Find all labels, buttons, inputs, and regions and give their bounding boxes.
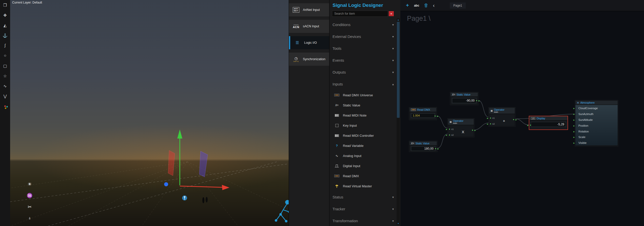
freehand-tool-icon[interactable] bbox=[2, 83, 8, 89]
piano-icon bbox=[334, 114, 340, 117]
node-header[interactable]: Static Value bbox=[409, 141, 437, 146]
property-rotation[interactable]: Rotation bbox=[575, 128, 618, 134]
add-page-icon[interactable] bbox=[406, 3, 409, 8]
node-header[interactable]: Read DMX bbox=[409, 108, 436, 112]
node-atmosphere[interactable]: Atmosphere CloudCoverage SunAzimuth SunA… bbox=[575, 100, 618, 146]
gizmo-y-arrowhead[interactable] bbox=[177, 129, 182, 139]
gizmo-x-arrowhead[interactable] bbox=[222, 185, 229, 190]
node-display[interactable]: Display -5,29 bbox=[529, 116, 568, 130]
input-port-x2[interactable] bbox=[487, 122, 489, 125]
scene-canvas[interactable] bbox=[10, 0, 289, 226]
sun-icon[interactable] bbox=[26, 181, 33, 187]
node-header[interactable]: Display bbox=[529, 116, 568, 121]
category-events[interactable]: Events bbox=[329, 54, 400, 66]
input-port[interactable] bbox=[573, 130, 575, 133]
export-icon[interactable] bbox=[2, 2, 8, 8]
search-clear-button[interactable] bbox=[389, 11, 394, 16]
designer-scrollbar[interactable] bbox=[397, 18, 400, 225]
output-port[interactable] bbox=[515, 118, 517, 121]
item-static-value[interactable]: Static Value bbox=[329, 100, 400, 110]
property-visible[interactable]: Visible bbox=[575, 140, 618, 146]
node-header[interactable]: Static Value bbox=[451, 93, 478, 97]
fountain-icon[interactable] bbox=[26, 193, 33, 198]
scissors-icon[interactable] bbox=[26, 204, 33, 210]
item-label: Read Variable bbox=[343, 144, 363, 148]
rectangle-tool-icon[interactable] bbox=[2, 63, 8, 69]
category-transformation[interactable]: Transformation bbox=[329, 215, 400, 226]
viewport-3d[interactable]: Current Layer: Default bbox=[10, 0, 289, 226]
io-item-artnet-input[interactable]: ART NET ArtNet Input bbox=[289, 3, 329, 16]
input-port-x1[interactable] bbox=[446, 128, 447, 130]
io-item-logic-io[interactable]: Logic I/O bbox=[289, 36, 329, 49]
page-tab[interactable]: Page1 bbox=[450, 3, 466, 9]
category-tracker[interactable]: Tracker bbox=[329, 203, 400, 215]
item-analog-input[interactable]: Analog Input bbox=[329, 151, 400, 161]
item-read-dmx-universe[interactable]: Read DMX Universe bbox=[329, 90, 400, 100]
lasso-icon[interactable] bbox=[2, 42, 8, 49]
scroll-up-icon[interactable] bbox=[397, 18, 400, 21]
item-read-variable[interactable]: Read Variable bbox=[329, 141, 400, 151]
property-cloudcoverage[interactable]: CloudCoverage bbox=[575, 105, 618, 111]
rename-page-button[interactable]: abc bbox=[414, 4, 419, 7]
item-read-midi-note[interactable]: Read MIDI Note bbox=[329, 110, 400, 120]
node-operator-multiply[interactable]: Operator Math x1 x2 X bbox=[448, 119, 474, 137]
gizmo-x-axis[interactable] bbox=[180, 186, 222, 187]
input-port[interactable] bbox=[527, 124, 529, 127]
category-outputs[interactable]: Outputs bbox=[329, 66, 400, 78]
output-port[interactable] bbox=[437, 147, 439, 150]
person-marker[interactable] bbox=[182, 195, 187, 200]
input-port[interactable] bbox=[573, 107, 575, 110]
output-port[interactable] bbox=[437, 115, 438, 118]
property-sunazimuth[interactable]: SunAzimuth bbox=[575, 111, 618, 117]
node-header[interactable]: Operator Math bbox=[489, 108, 515, 114]
scrollbar-thumb[interactable] bbox=[397, 22, 400, 118]
input-port[interactable] bbox=[573, 118, 575, 121]
input-port-x2[interactable] bbox=[446, 133, 447, 136]
category-inputs[interactable]: Inputs bbox=[329, 78, 400, 90]
node-title: Static Value bbox=[457, 93, 471, 96]
category-status[interactable]: Status bbox=[329, 191, 400, 203]
category-external-devices[interactable]: External Devices bbox=[329, 31, 400, 42]
rgb-dots-icon[interactable] bbox=[2, 103, 8, 109]
node-header[interactable]: Operator Math bbox=[448, 119, 474, 125]
category-conditions[interactable]: Conditions bbox=[329, 19, 400, 31]
input-port[interactable] bbox=[573, 124, 575, 127]
input-port[interactable] bbox=[573, 136, 575, 139]
item-read-virtual-master[interactable]: Read Virtual Master bbox=[329, 181, 400, 191]
output-port[interactable] bbox=[478, 99, 480, 102]
node-header[interactable]: Atmosphere bbox=[575, 101, 618, 105]
search-input[interactable] bbox=[332, 11, 388, 17]
back-icon[interactable] bbox=[433, 3, 435, 8]
node-operator-add[interactable]: Operator Math x1 x2 + bbox=[489, 107, 515, 126]
input-port[interactable] bbox=[573, 142, 575, 144]
crane-icon[interactable] bbox=[2, 32, 8, 38]
item-read-midi-controller[interactable]: Read MIDI Controller bbox=[329, 130, 400, 141]
tracker-skeleton[interactable] bbox=[275, 200, 289, 222]
item-read-dmx[interactable]: Read DMX bbox=[329, 171, 400, 181]
property-sunaltitude[interactable]: SunAltitude bbox=[575, 117, 618, 123]
item-key-input[interactable]: Key Input bbox=[329, 120, 400, 130]
node-static-value-2[interactable]: Static Value 180,00 bbox=[409, 141, 437, 152]
node-static-value-1[interactable]: Static Value -90,00 bbox=[450, 92, 478, 105]
circle-tool-icon[interactable] bbox=[2, 53, 8, 59]
output-port[interactable] bbox=[474, 129, 476, 132]
node-read-dmx[interactable]: Read DMX 1.004 bbox=[409, 107, 437, 120]
property-position[interactable]: Position bbox=[575, 123, 618, 128]
scroll-down-icon[interactable] bbox=[397, 222, 400, 225]
input-port[interactable] bbox=[573, 113, 575, 116]
port-dot bbox=[530, 125, 531, 126]
property-scale[interactable]: Scale bbox=[575, 134, 618, 140]
star-tool-icon[interactable] bbox=[2, 73, 8, 79]
io-item-sacn-input[interactable]: streaming ACN sACN Input bbox=[289, 20, 329, 33]
move-icon[interactable] bbox=[2, 12, 8, 18]
io-item-synchronization[interactable]: SMPTE Synchronization bbox=[289, 53, 329, 66]
terrain-icon[interactable] bbox=[2, 22, 8, 28]
item-digital-input[interactable]: Digital Input bbox=[329, 161, 400, 171]
polyline-tool-icon[interactable] bbox=[2, 93, 8, 99]
globe-icon[interactable] bbox=[26, 215, 33, 221]
delete-page-icon[interactable] bbox=[424, 4, 428, 7]
category-tools[interactable]: Tools bbox=[329, 42, 400, 54]
input-port-x1[interactable] bbox=[487, 117, 489, 119]
gizmo-origin-dot[interactable] bbox=[164, 182, 168, 186]
node-canvas[interactable]: Page1 \ Read DMX 1.004 bbox=[400, 11, 644, 226]
